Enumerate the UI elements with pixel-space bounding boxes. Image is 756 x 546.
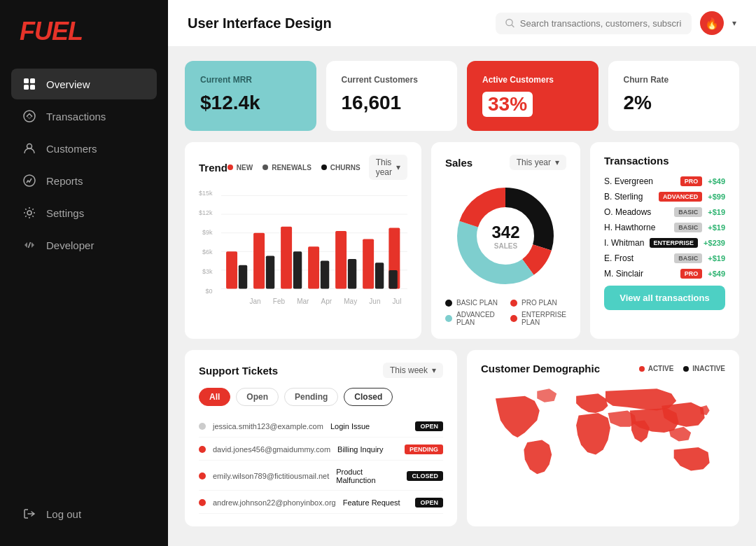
sidebar-item-overview[interactable]: Overview xyxy=(11,69,157,99)
sales-legend: BASIC PLAN PRO PLAN ADVANCED PLAN E xyxy=(445,299,566,326)
header-right: 🔥 ▾ xyxy=(496,11,736,35)
stats-row: Current MRR $12.4k Current Customers 16,… xyxy=(185,61,739,131)
ticket-email: david.jones456@gmaidummy.com xyxy=(213,445,330,454)
stat-value: $12.4k xyxy=(200,92,301,114)
transactions-card: Transactions S. Evergreen PRO +$49 B. St… xyxy=(590,142,739,339)
filter-closed-button[interactable]: Closed xyxy=(344,388,393,406)
user-avatar: 🔥 xyxy=(700,11,724,35)
txn-amount: +$19 xyxy=(708,208,725,216)
logo: FUEL xyxy=(20,17,148,46)
table-row: I. Whitman ENTERPRISE +$239 xyxy=(604,238,725,248)
bottom-row: Support Tickets This week ▾ All Open Pen… xyxy=(185,350,739,526)
support-filter[interactable]: This week ▾ xyxy=(383,363,443,378)
stat-label: Current Customers xyxy=(342,75,442,85)
sales-filter[interactable]: This year ▾ xyxy=(510,155,566,170)
legend-label: CHURNS xyxy=(330,164,360,172)
logout-button[interactable]: Log out xyxy=(11,498,157,529)
legend-churns: CHURNS xyxy=(321,164,360,172)
plan-badge: PRO xyxy=(680,269,703,279)
search-input[interactable] xyxy=(520,18,682,29)
svg-rect-24 xyxy=(335,231,346,288)
legend-label: NEW xyxy=(237,164,253,172)
logout-icon xyxy=(22,507,36,521)
ticket-email: emily.wilson789@fictitiousmail.net xyxy=(213,472,329,480)
plan-badge: ADVANCED xyxy=(659,192,702,202)
table-row: E. Frost BASIC +$19 xyxy=(604,253,725,263)
txn-name: O. Meadows xyxy=(604,207,674,217)
filter-pending-button[interactable]: Pending xyxy=(284,388,338,406)
ticket-dot xyxy=(199,446,206,453)
svg-point-4 xyxy=(24,111,35,122)
content-area: Current MRR $12.4k Current Customers 16,… xyxy=(168,47,756,546)
filter-all-button[interactable]: All xyxy=(199,388,230,406)
ticket-issue: Billing Inquiry xyxy=(337,445,398,454)
svg-rect-21 xyxy=(293,251,302,288)
map-legend: ACTIVE INACTIVE xyxy=(639,365,725,372)
status-badge: OPEN xyxy=(415,498,443,507)
demographic-header: Customer Demographic ACTIVE INACTIVE xyxy=(481,363,725,374)
trend-filter[interactable]: This year ▾ xyxy=(369,155,407,180)
list-item: david.jones456@gmaidummy.com Billing Inq… xyxy=(199,439,443,461)
stat-label: Churn Rate xyxy=(624,75,724,85)
support-header: Support Tickets This week ▾ xyxy=(199,363,443,378)
svg-rect-19 xyxy=(266,256,274,289)
filter-open-button[interactable]: Open xyxy=(236,388,279,406)
legend-dot-inactive xyxy=(683,366,689,372)
legend-inactive: INACTIVE xyxy=(683,365,725,372)
sidebar-item-reports[interactable]: Reports xyxy=(11,165,157,196)
txn-name: M. Sinclair xyxy=(604,269,680,279)
svg-rect-2 xyxy=(24,85,29,90)
search-icon xyxy=(505,18,514,28)
sidebar-item-developer[interactable]: Developer xyxy=(11,230,157,260)
legend-dot-renewals xyxy=(262,164,268,170)
logo-area: FUEL xyxy=(0,17,168,69)
sidebar-item-transactions[interactable]: Transactions xyxy=(11,101,157,132)
ticket-email: andrew.johnson22@phonyinbox.org xyxy=(213,498,336,507)
legend-dot-new xyxy=(227,164,233,170)
ticket-issue: Product Malfunction xyxy=(336,468,400,484)
svg-rect-27 xyxy=(375,262,384,288)
settings-icon xyxy=(22,206,36,220)
sales-card: Sales This year ▾ xyxy=(431,142,580,339)
customers-icon xyxy=(22,141,36,155)
sales-header: Sales This year ▾ xyxy=(445,155,566,170)
svg-rect-26 xyxy=(363,239,374,289)
table-row: S. Evergreen PRO +$49 xyxy=(604,176,725,186)
legend-dot xyxy=(445,300,452,307)
svg-rect-23 xyxy=(321,261,329,289)
plan-badge: PRO xyxy=(680,176,703,186)
world-map xyxy=(481,382,725,493)
txn-name: E. Frost xyxy=(604,253,674,263)
svg-rect-1 xyxy=(30,78,35,83)
chevron-down-icon: ▾ xyxy=(555,158,559,167)
table-row: O. Meadows BASIC +$19 xyxy=(604,207,725,217)
donut-center: 342 SALES xyxy=(491,223,519,250)
plan-badge: ENTERPRISE xyxy=(650,238,699,248)
table-row: B. Sterling ADVANCED +$99 xyxy=(604,192,725,202)
svg-rect-22 xyxy=(308,246,319,288)
txn-amount: +$19 xyxy=(708,254,725,262)
trend-header: Trend NEW RENEWALS xyxy=(199,155,407,180)
transactions-title: Transactions xyxy=(604,155,669,167)
trend-card: Trend NEW RENEWALS xyxy=(185,142,421,339)
status-badge: OPEN xyxy=(415,421,443,431)
ticket-email: jessica.smith123@example.com xyxy=(213,422,323,430)
legend-active: ACTIVE xyxy=(639,365,674,372)
list-item: jessica.smith123@example.com Login Issue… xyxy=(199,416,443,438)
logout-label: Log out xyxy=(46,508,81,520)
stat-label: Current MRR xyxy=(200,75,301,85)
svg-rect-25 xyxy=(348,259,356,289)
chevron-down-icon: ▾ xyxy=(396,162,400,172)
sidebar-item-customers[interactable]: Customers xyxy=(11,133,157,164)
sidebar-item-settings[interactable]: Settings xyxy=(11,197,157,228)
user-menu-chevron[interactable]: ▾ xyxy=(732,18,736,28)
sidebar-item-label: Transactions xyxy=(46,111,106,122)
search-box[interactable] xyxy=(496,13,692,34)
ticket-dot xyxy=(199,499,206,506)
main-content: User Interface Design 🔥 ▾ Current MRR $1… xyxy=(168,0,756,546)
legend-dot xyxy=(510,315,517,322)
trend-y-axis: $15k $12k $9k $6k $3k $0 xyxy=(199,190,216,295)
sidebar-item-label: Developer xyxy=(46,239,94,251)
view-all-transactions-button[interactable]: View all transactions xyxy=(604,286,725,310)
stat-value: 33% xyxy=(482,92,533,117)
